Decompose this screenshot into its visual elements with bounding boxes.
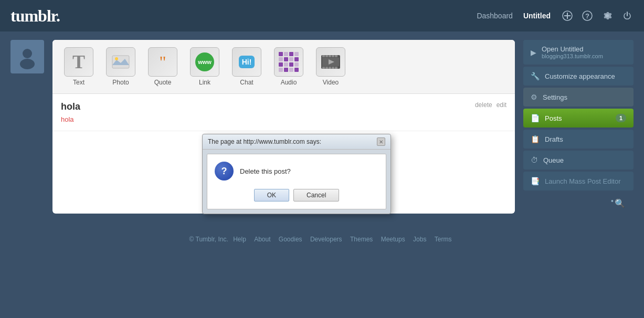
queue-icon: ⏱ xyxy=(531,156,538,164)
dialog-title: The page at http://www.tumblr.com says: xyxy=(208,138,321,145)
quote-icon: " xyxy=(148,47,177,77)
open-blog-info: Open Untitled blogging313.tumblr.com xyxy=(542,45,603,59)
svg-rect-18 xyxy=(329,67,331,69)
logo: tumblr. xyxy=(10,6,60,26)
customize-section: 🔧 Customize appearance xyxy=(523,67,634,86)
chat-icon: Hi! xyxy=(232,47,261,77)
post-type-selector: T Text Photo " xyxy=(52,40,515,94)
drafts-label: Drafts xyxy=(545,135,563,143)
dialog-message: Delete this post? xyxy=(240,167,291,175)
close-x-icon: ✕ xyxy=(379,139,383,145)
svg-point-6 xyxy=(20,59,35,69)
svg-point-5 xyxy=(23,49,32,58)
search-area: • 🔍 xyxy=(523,193,634,214)
mass-editor-icon: 📑 xyxy=(531,177,540,185)
add-icon[interactable] xyxy=(561,9,574,22)
link-label: Link xyxy=(199,79,210,86)
dialog-cancel-button[interactable]: Cancel xyxy=(293,189,339,202)
post-type-video[interactable]: Video xyxy=(312,45,350,88)
mass-editor-item[interactable]: 📑 Launch Mass Post Editor xyxy=(523,172,634,190)
svg-text:?: ? xyxy=(585,12,589,20)
quote-label: Quote xyxy=(154,79,172,86)
sidebar: ▶ Open Untitled blogging313.tumblr.com 🔧… xyxy=(523,40,634,214)
mass-editor-section: 📑 Launch Mass Post Editor xyxy=(523,172,634,190)
svg-rect-14 xyxy=(332,55,334,57)
post-type-text[interactable]: T Text xyxy=(60,45,98,88)
footer-goodies[interactable]: Goodies xyxy=(279,236,302,243)
dialog-buttons: OK Cancel xyxy=(215,189,378,202)
svg-point-9 xyxy=(115,57,118,60)
post-type-quote[interactable]: " Quote xyxy=(144,45,182,88)
svg-rect-17 xyxy=(325,67,328,69)
customize-item[interactable]: 🔧 Customize appearance xyxy=(523,67,634,86)
customize-label: Customize appearance xyxy=(545,72,615,80)
post-actions: delete edit xyxy=(475,101,506,109)
header: tumblr. Dashboard Untitled ? xyxy=(0,0,644,31)
post-type-chat[interactable]: Hi! Chat xyxy=(228,45,266,88)
header-nav: Dashboard Untitled xyxy=(477,12,551,20)
queue-label: Queue xyxy=(543,156,564,164)
svg-rect-13 xyxy=(329,55,331,57)
open-blog-item[interactable]: ▶ Open Untitled blogging313.tumblr.com xyxy=(523,40,634,65)
footer-about[interactable]: About xyxy=(254,236,270,243)
post-type-photo[interactable]: Photo xyxy=(102,45,140,88)
svg-rect-20 xyxy=(335,67,337,69)
dashboard-link[interactable]: Dashboard xyxy=(477,12,513,20)
svg-rect-11 xyxy=(322,55,325,57)
footer-meetups[interactable]: Meetups xyxy=(381,236,405,243)
search-icon[interactable]: 🔍 xyxy=(614,197,626,209)
dialog-ok-button[interactable]: OK xyxy=(254,189,289,202)
post-type-link[interactable]: www Link xyxy=(186,45,224,88)
drafts-icon: 📋 xyxy=(531,135,540,143)
blog-url: blogging313.tumblr.com xyxy=(542,53,603,59)
footer-jobs[interactable]: Jobs xyxy=(413,236,426,243)
avatar-container xyxy=(10,40,44,214)
posts-count: 1 xyxy=(616,114,626,122)
post-item: delete edit hola hola xyxy=(52,94,515,131)
drafts-item[interactable]: 📋 Drafts xyxy=(523,130,634,149)
avatar xyxy=(10,40,44,73)
drafts-section: 📋 Drafts xyxy=(523,130,634,149)
posts-section: 📄 Posts 1 xyxy=(523,109,634,128)
video-label: Video xyxy=(323,79,339,86)
footer-themes[interactable]: Themes xyxy=(350,236,373,243)
dialog-content: ? Delete this post? OK Cancel xyxy=(207,154,386,209)
dialog-body: ? Delete this post? xyxy=(215,162,378,181)
help-icon[interactable]: ? xyxy=(581,9,594,22)
header-icons: ? xyxy=(561,9,634,22)
audio-label: Audio xyxy=(281,79,297,86)
settings-label: Settings xyxy=(543,93,567,101)
power-icon[interactable] xyxy=(621,9,634,22)
footer-terms[interactable]: Terms xyxy=(435,236,452,243)
posts-label: Posts xyxy=(545,114,562,122)
delete-link[interactable]: delete xyxy=(475,101,492,109)
svg-rect-19 xyxy=(332,67,334,69)
posts-icon: 📄 xyxy=(531,114,540,122)
text-label: Text xyxy=(73,79,85,86)
mass-editor-label: Launch Mass Post Editor xyxy=(545,177,621,185)
queue-item[interactable]: ⏱ Queue xyxy=(523,151,634,169)
blog-name-link[interactable]: Untitled xyxy=(523,12,551,20)
external-link-icon: ▶ xyxy=(531,48,536,57)
chat-label: Chat xyxy=(240,79,253,86)
edit-link[interactable]: edit xyxy=(497,101,506,109)
photo-icon xyxy=(106,47,135,77)
footer-developers[interactable]: Developers xyxy=(310,236,342,243)
svg-rect-16 xyxy=(322,67,325,69)
dialog-titlebar: The page at http://www.tumblr.com says: … xyxy=(203,134,390,150)
wrench-icon: 🔧 xyxy=(531,72,540,80)
posts-item[interactable]: 📄 Posts 1 xyxy=(523,109,634,128)
settings-icon[interactable] xyxy=(601,9,614,22)
queue-section: ⏱ Queue xyxy=(523,151,634,169)
post-type-audio[interactable]: Audio xyxy=(270,45,308,88)
footer-help[interactable]: Help xyxy=(233,236,246,243)
text-icon: T xyxy=(64,47,93,77)
dialog-question-icon: ? xyxy=(215,162,234,181)
post-list: delete edit hola hola xyxy=(52,94,515,131)
settings-item[interactable]: ⚙ Settings xyxy=(523,88,634,107)
photo-label: Photo xyxy=(112,79,129,86)
link-icon: www xyxy=(190,47,219,77)
dialog-close-button[interactable]: ✕ xyxy=(377,137,385,146)
open-blog-label: Open Untitled xyxy=(542,45,603,53)
confirm-dialog: The page at http://www.tumblr.com says: … xyxy=(202,134,391,214)
